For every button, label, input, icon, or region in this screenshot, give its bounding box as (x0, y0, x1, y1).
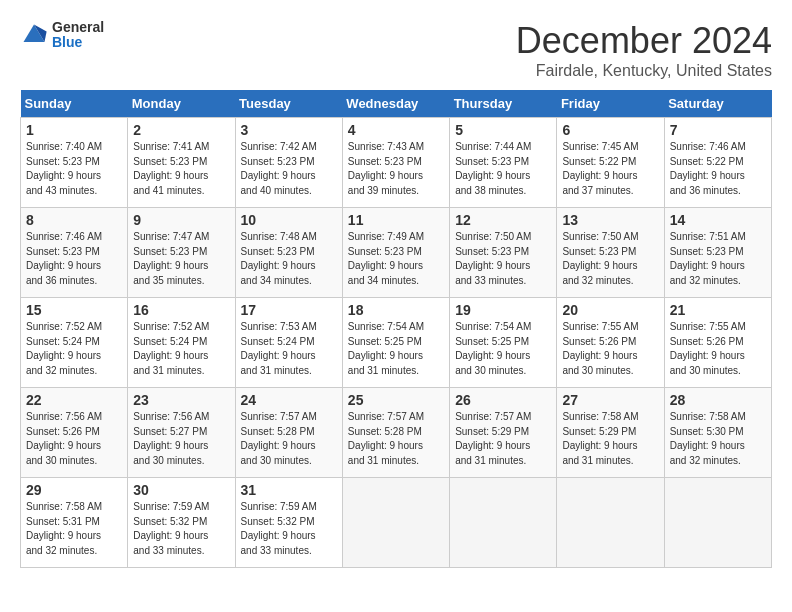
calendar-cell: 12 Sunrise: 7:50 AM Sunset: 5:23 PM Dayl… (450, 208, 557, 298)
day-number: 15 (26, 302, 122, 318)
day-number: 5 (455, 122, 551, 138)
calendar-table: SundayMondayTuesdayWednesdayThursdayFrid… (20, 90, 772, 568)
calendar-cell: 7 Sunrise: 7:46 AM Sunset: 5:22 PM Dayli… (664, 118, 771, 208)
day-info: Sunrise: 7:42 AM Sunset: 5:23 PM Dayligh… (241, 140, 337, 198)
calendar-cell: 15 Sunrise: 7:52 AM Sunset: 5:24 PM Dayl… (21, 298, 128, 388)
calendar-cell: 16 Sunrise: 7:52 AM Sunset: 5:24 PM Dayl… (128, 298, 235, 388)
day-number: 29 (26, 482, 122, 498)
calendar-cell: 11 Sunrise: 7:49 AM Sunset: 5:23 PM Dayl… (342, 208, 449, 298)
day-info: Sunrise: 7:59 AM Sunset: 5:32 PM Dayligh… (133, 500, 229, 558)
day-number: 25 (348, 392, 444, 408)
day-number: 28 (670, 392, 766, 408)
weekday-header-tuesday: Tuesday (235, 90, 342, 118)
day-info: Sunrise: 7:59 AM Sunset: 5:32 PM Dayligh… (241, 500, 337, 558)
day-number: 31 (241, 482, 337, 498)
logo-general: General (52, 20, 104, 35)
calendar-week-row: 22 Sunrise: 7:56 AM Sunset: 5:26 PM Dayl… (21, 388, 772, 478)
calendar-week-row: 8 Sunrise: 7:46 AM Sunset: 5:23 PM Dayli… (21, 208, 772, 298)
day-info: Sunrise: 7:54 AM Sunset: 5:25 PM Dayligh… (455, 320, 551, 378)
day-info: Sunrise: 7:57 AM Sunset: 5:29 PM Dayligh… (455, 410, 551, 468)
calendar-cell: 1 Sunrise: 7:40 AM Sunset: 5:23 PM Dayli… (21, 118, 128, 208)
day-info: Sunrise: 7:52 AM Sunset: 5:24 PM Dayligh… (26, 320, 122, 378)
calendar-week-row: 15 Sunrise: 7:52 AM Sunset: 5:24 PM Dayl… (21, 298, 772, 388)
day-number: 27 (562, 392, 658, 408)
day-info: Sunrise: 7:57 AM Sunset: 5:28 PM Dayligh… (241, 410, 337, 468)
day-number: 13 (562, 212, 658, 228)
calendar-cell: 10 Sunrise: 7:48 AM Sunset: 5:23 PM Dayl… (235, 208, 342, 298)
day-info: Sunrise: 7:46 AM Sunset: 5:22 PM Dayligh… (670, 140, 766, 198)
day-number: 19 (455, 302, 551, 318)
day-info: Sunrise: 7:41 AM Sunset: 5:23 PM Dayligh… (133, 140, 229, 198)
calendar-cell (557, 478, 664, 568)
calendar-cell: 28 Sunrise: 7:58 AM Sunset: 5:30 PM Dayl… (664, 388, 771, 478)
day-number: 9 (133, 212, 229, 228)
weekday-header-sunday: Sunday (21, 90, 128, 118)
calendar-title: December 2024 (516, 20, 772, 62)
calendar-cell: 5 Sunrise: 7:44 AM Sunset: 5:23 PM Dayli… (450, 118, 557, 208)
day-info: Sunrise: 7:58 AM Sunset: 5:30 PM Dayligh… (670, 410, 766, 468)
day-info: Sunrise: 7:51 AM Sunset: 5:23 PM Dayligh… (670, 230, 766, 288)
day-number: 24 (241, 392, 337, 408)
day-number: 20 (562, 302, 658, 318)
calendar-cell: 19 Sunrise: 7:54 AM Sunset: 5:25 PM Dayl… (450, 298, 557, 388)
calendar-cell: 25 Sunrise: 7:57 AM Sunset: 5:28 PM Dayl… (342, 388, 449, 478)
calendar-cell (450, 478, 557, 568)
calendar-cell: 14 Sunrise: 7:51 AM Sunset: 5:23 PM Dayl… (664, 208, 771, 298)
calendar-cell: 31 Sunrise: 7:59 AM Sunset: 5:32 PM Dayl… (235, 478, 342, 568)
title-section: December 2024 Fairdale, Kentucky, United… (516, 20, 772, 80)
calendar-cell: 26 Sunrise: 7:57 AM Sunset: 5:29 PM Dayl… (450, 388, 557, 478)
calendar-cell: 8 Sunrise: 7:46 AM Sunset: 5:23 PM Dayli… (21, 208, 128, 298)
day-number: 26 (455, 392, 551, 408)
calendar-cell: 29 Sunrise: 7:58 AM Sunset: 5:31 PM Dayl… (21, 478, 128, 568)
day-info: Sunrise: 7:45 AM Sunset: 5:22 PM Dayligh… (562, 140, 658, 198)
calendar-cell: 6 Sunrise: 7:45 AM Sunset: 5:22 PM Dayli… (557, 118, 664, 208)
calendar-cell: 9 Sunrise: 7:47 AM Sunset: 5:23 PM Dayli… (128, 208, 235, 298)
day-number: 23 (133, 392, 229, 408)
calendar-cell: 27 Sunrise: 7:58 AM Sunset: 5:29 PM Dayl… (557, 388, 664, 478)
weekday-header-wednesday: Wednesday (342, 90, 449, 118)
day-number: 4 (348, 122, 444, 138)
day-number: 8 (26, 212, 122, 228)
day-info: Sunrise: 7:50 AM Sunset: 5:23 PM Dayligh… (455, 230, 551, 288)
day-info: Sunrise: 7:58 AM Sunset: 5:29 PM Dayligh… (562, 410, 658, 468)
calendar-cell: 24 Sunrise: 7:57 AM Sunset: 5:28 PM Dayl… (235, 388, 342, 478)
calendar-subtitle: Fairdale, Kentucky, United States (516, 62, 772, 80)
day-info: Sunrise: 7:44 AM Sunset: 5:23 PM Dayligh… (455, 140, 551, 198)
calendar-cell: 21 Sunrise: 7:55 AM Sunset: 5:26 PM Dayl… (664, 298, 771, 388)
weekday-header-monday: Monday (128, 90, 235, 118)
day-info: Sunrise: 7:57 AM Sunset: 5:28 PM Dayligh… (348, 410, 444, 468)
day-info: Sunrise: 7:56 AM Sunset: 5:27 PM Dayligh… (133, 410, 229, 468)
calendar-cell: 17 Sunrise: 7:53 AM Sunset: 5:24 PM Dayl… (235, 298, 342, 388)
day-info: Sunrise: 7:47 AM Sunset: 5:23 PM Dayligh… (133, 230, 229, 288)
day-number: 1 (26, 122, 122, 138)
page-header: General Blue December 2024 Fairdale, Ken… (20, 20, 772, 80)
calendar-cell (342, 478, 449, 568)
day-number: 10 (241, 212, 337, 228)
calendar-cell: 13 Sunrise: 7:50 AM Sunset: 5:23 PM Dayl… (557, 208, 664, 298)
day-number: 11 (348, 212, 444, 228)
day-info: Sunrise: 7:54 AM Sunset: 5:25 PM Dayligh… (348, 320, 444, 378)
day-number: 16 (133, 302, 229, 318)
calendar-cell: 18 Sunrise: 7:54 AM Sunset: 5:25 PM Dayl… (342, 298, 449, 388)
day-info: Sunrise: 7:46 AM Sunset: 5:23 PM Dayligh… (26, 230, 122, 288)
logo: General Blue (20, 20, 104, 51)
calendar-week-row: 29 Sunrise: 7:58 AM Sunset: 5:31 PM Dayl… (21, 478, 772, 568)
logo-icon (20, 21, 48, 49)
day-number: 30 (133, 482, 229, 498)
day-info: Sunrise: 7:58 AM Sunset: 5:31 PM Dayligh… (26, 500, 122, 558)
calendar-cell: 23 Sunrise: 7:56 AM Sunset: 5:27 PM Dayl… (128, 388, 235, 478)
weekday-header-thursday: Thursday (450, 90, 557, 118)
day-info: Sunrise: 7:50 AM Sunset: 5:23 PM Dayligh… (562, 230, 658, 288)
weekday-header-friday: Friday (557, 90, 664, 118)
calendar-cell (664, 478, 771, 568)
calendar-cell: 4 Sunrise: 7:43 AM Sunset: 5:23 PM Dayli… (342, 118, 449, 208)
day-number: 14 (670, 212, 766, 228)
calendar-cell: 30 Sunrise: 7:59 AM Sunset: 5:32 PM Dayl… (128, 478, 235, 568)
day-number: 18 (348, 302, 444, 318)
day-info: Sunrise: 7:43 AM Sunset: 5:23 PM Dayligh… (348, 140, 444, 198)
weekday-header-saturday: Saturday (664, 90, 771, 118)
day-info: Sunrise: 7:52 AM Sunset: 5:24 PM Dayligh… (133, 320, 229, 378)
calendar-week-row: 1 Sunrise: 7:40 AM Sunset: 5:23 PM Dayli… (21, 118, 772, 208)
day-number: 2 (133, 122, 229, 138)
day-number: 3 (241, 122, 337, 138)
